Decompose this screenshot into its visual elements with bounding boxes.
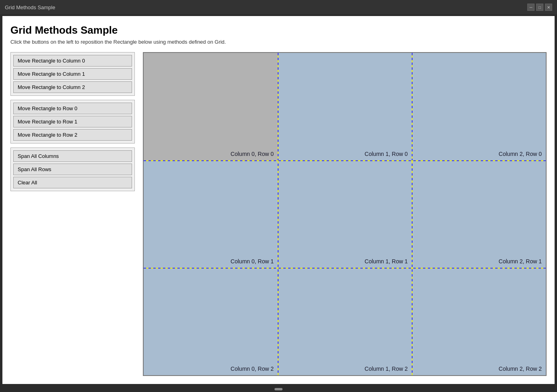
window-controls: ─ □ ✕ — [527, 4, 552, 11]
content-area: Move Rectangle to Column 0 Move Rectangl… — [10, 52, 547, 376]
grid-wrapper: Column 0, Row 0 Column 1, Row 0 Column 2… — [143, 52, 547, 376]
clear-all-button[interactable]: Clear All — [13, 177, 132, 188]
inner-grid: Column 0, Row 0 Column 1, Row 0 Column 2… — [144, 53, 546, 375]
move-to-row-1-button[interactable]: Move Rectangle to Row 1 — [13, 116, 132, 127]
cell-label-0-1: Column 0, Row 1 — [231, 258, 274, 265]
cell-label-0-2: Column 0, Row 2 — [231, 366, 274, 372]
col-separator-2 — [412, 53, 413, 375]
grid-cell-0-0: Column 0, Row 0 — [144, 53, 278, 160]
action-button-group: Span All Columns Span All Rows Clear All — [10, 148, 135, 191]
cell-label-1-2: Column 1, Row 2 — [365, 366, 408, 372]
row-separator-1 — [144, 160, 546, 161]
close-button[interactable]: ✕ — [545, 4, 552, 11]
row-separator-2 — [144, 268, 546, 269]
move-to-col-0-button[interactable]: Move Rectangle to Column 0 — [13, 55, 132, 67]
span-all-rows-button[interactable]: Span All Rows — [13, 164, 132, 175]
row-button-group: Move Rectangle to Row 0 Move Rectangle t… — [10, 100, 135, 143]
bottom-scrollbar[interactable] — [0, 386, 557, 392]
cell-label-2-2: Column 2, Row 2 — [499, 366, 542, 372]
cell-label-1-0: Column 1, Row 0 — [365, 151, 408, 157]
maximize-button[interactable]: □ — [536, 4, 543, 11]
cell-label-2-1: Column 2, Row 1 — [499, 258, 542, 265]
span-all-columns-button[interactable]: Span All Columns — [13, 150, 132, 162]
move-to-col-2-button[interactable]: Move Rectangle to Column 2 — [13, 81, 132, 93]
title-bar: Grid Methods Sample ─ □ ✕ — [0, 0, 557, 14]
window-title: Grid Methods Sample — [5, 4, 55, 10]
page-description: Click the buttons on the left to reposit… — [10, 39, 547, 45]
cell-label-0-0: Column 0, Row 0 — [231, 151, 274, 157]
grid-cell-1-2: Column 1, Row 2 — [278, 268, 412, 375]
move-to-col-1-button[interactable]: Move Rectangle to Column 1 — [13, 68, 132, 80]
left-panel: Move Rectangle to Column 0 Move Rectangl… — [10, 52, 135, 376]
minimize-button[interactable]: ─ — [527, 4, 535, 11]
col-separator-1 — [278, 53, 278, 375]
move-to-row-0-button[interactable]: Move Rectangle to Row 0 — [13, 103, 132, 114]
grid-cell-0-2: Column 0, Row 2 — [144, 268, 278, 375]
grid-cell-2-2: Column 2, Row 2 — [412, 268, 546, 375]
grid-cell-0-1: Column 0, Row 1 — [144, 160, 278, 268]
move-to-row-2-button[interactable]: Move Rectangle to Row 2 — [13, 129, 132, 141]
main-window: Grid Methods Sample Click the buttons on… — [2, 16, 555, 384]
column-button-group: Move Rectangle to Column 0 Move Rectangl… — [10, 52, 135, 96]
grid-cell-2-0: Column 2, Row 0 — [412, 53, 546, 160]
scrollbar-thumb[interactable] — [274, 388, 283, 390]
page-title: Grid Methods Sample — [10, 24, 547, 36]
cell-label-1-1: Column 1, Row 1 — [365, 258, 408, 265]
grid-cell-1-0: Column 1, Row 0 — [278, 53, 412, 160]
cell-label-2-0: Column 2, Row 0 — [499, 151, 542, 157]
grid-cell-2-1: Column 2, Row 1 — [412, 160, 546, 268]
grid-cell-1-1: Column 1, Row 1 — [278, 160, 412, 268]
